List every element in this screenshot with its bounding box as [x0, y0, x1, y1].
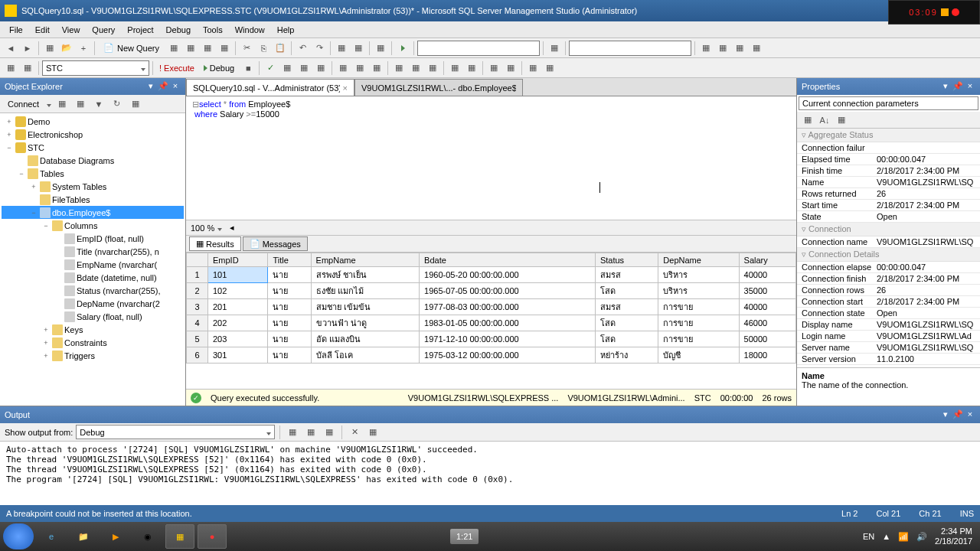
property-row[interactable]: Rows returned26 — [797, 188, 980, 200]
panel-dropdown-icon[interactable]: ▾ — [940, 409, 951, 420]
tree-node[interactable]: Status (nvarchar(255), — [2, 284, 184, 297]
property-row[interactable]: Connection finish2/18/2017 2:34:00 PM — [797, 273, 980, 285]
grid-row[interactable]: 5203นายอัด แมลงบิน1971-12-10 00:00:00.00… — [187, 331, 796, 347]
tb2-btn-8[interactable]: ▦ — [369, 60, 384, 76]
tree-node[interactable]: DepName (nvarchar(2 — [2, 297, 184, 310]
tb2-btn-14[interactable]: ▦ — [486, 60, 501, 76]
panel-dropdown-icon[interactable]: ▾ — [940, 81, 951, 92]
menu-view[interactable]: View — [56, 24, 87, 36]
tb-btn-11[interactable]: ▦ — [732, 41, 747, 56]
forward-button[interactable]: ► — [20, 41, 35, 56]
tb2-btn-9[interactable]: ▦ — [391, 60, 407, 76]
debug-button[interactable]: Debug — [199, 62, 239, 74]
panel-dropdown-icon[interactable]: ▾ — [145, 81, 156, 92]
property-row[interactable]: Finish time2/18/2017 2:34:00 PM — [797, 165, 980, 177]
tb2-btn-16[interactable]: ▦ — [525, 60, 541, 76]
document-tab[interactable]: V9UOM1GLZSI1RWL\...- dbo.Employee$ — [354, 79, 523, 96]
results-grid-container[interactable]: EmpIDTitleEmpNameBdateStatusDepNameSalar… — [186, 253, 796, 389]
grid-row[interactable]: 2102นายธงชัย แมกไม้1965-07-05 00:00:00.0… — [187, 283, 796, 299]
new-project-button[interactable]: ▦ — [42, 41, 57, 56]
sql-editor[interactable]: ⊟select * from Employee$ where Salary >=… — [186, 96, 796, 220]
connect-button[interactable]: Connect — [3, 98, 44, 110]
property-row[interactable]: Connection failur — [797, 142, 980, 154]
panel-close-icon[interactable]: × — [170, 81, 181, 92]
taskbar-media[interactable]: ▶ — [101, 524, 130, 549]
panel-pin-icon[interactable]: 📌 — [158, 81, 168, 92]
grid-header[interactable] — [187, 253, 208, 267]
output-btn-2[interactable]: ▦ — [303, 425, 318, 440]
properties-object-combo[interactable]: Current connection parameters — [799, 96, 978, 110]
continue-button[interactable] — [395, 41, 410, 56]
panel-pin-icon[interactable]: 📌 — [952, 409, 963, 420]
tb-btn-4[interactable]: ▦ — [217, 41, 232, 56]
parse-button[interactable]: ✓ — [263, 60, 278, 76]
tree-node[interactable]: FileTables — [2, 193, 184, 206]
menu-tools[interactable]: Tools — [197, 24, 229, 36]
solution-configs-combo[interactable] — [417, 41, 540, 56]
copy-button[interactable]: ⎘ — [256, 41, 271, 56]
tb2-btn-3[interactable]: ▦ — [279, 60, 295, 76]
panel-pin-icon[interactable]: 📌 — [952, 81, 963, 92]
tree-node[interactable]: Database Diagrams — [2, 154, 184, 167]
object-explorer-tree[interactable]: +Demo+Electronicshop−STCDatabase Diagram… — [0, 113, 185, 406]
zoom-level[interactable]: 100 % — [191, 223, 214, 233]
tree-node[interactable]: +Triggers — [2, 349, 184, 362]
tb-btn-10[interactable]: ▦ — [715, 41, 730, 56]
cut-button[interactable]: ✂ — [239, 41, 254, 56]
results-tab[interactable]: ▦ Results — [189, 236, 241, 251]
tb-btn-7[interactable]: ▦ — [373, 41, 388, 56]
grid-header[interactable]: EmpName — [311, 253, 419, 267]
grid-row[interactable]: 1101นายสรพงษ์ ชาเย็น1960-05-20 00:00:00.… — [187, 267, 796, 283]
tree-node[interactable]: EmpID (float, null) — [2, 232, 184, 245]
execute-button[interactable]: ! Execute — [156, 62, 198, 74]
open-button[interactable]: 📂 — [59, 41, 74, 56]
tb2-btn-11[interactable]: ▦ — [425, 60, 440, 76]
tb-btn-12[interactable]: ▦ — [749, 41, 764, 56]
taskbar-explorer[interactable]: 📁 — [69, 524, 98, 549]
database-combo[interactable]: STC — [42, 60, 149, 76]
grid-row[interactable]: 3201นายสมชาย เข้มข้น1977-08-03 00:00:00.… — [187, 299, 796, 315]
property-row[interactable]: Elapsed time00:00:00.047 — [797, 154, 980, 165]
oe-btn-3[interactable]: ▦ — [128, 96, 143, 112]
property-row[interactable]: Login nameV9UOM1GLZSI1RWL\Ad — [797, 331, 980, 342]
taskbar-chrome[interactable]: ◉ — [133, 524, 162, 549]
tb-btn-3[interactable]: ▦ — [200, 41, 215, 56]
oe-filter-button[interactable]: ▼ — [91, 96, 106, 112]
paste-button[interactable]: 📋 — [273, 41, 288, 56]
property-category[interactable]: ▿ Aggregate Status — [797, 129, 980, 142]
document-tab[interactable]: SQLQuery10.sql - V...Administrator (53))… — [186, 79, 354, 96]
oe-refresh-button[interactable]: ↻ — [109, 96, 125, 112]
property-row[interactable]: Connection start2/18/2017 2:34:00 PM — [797, 296, 980, 308]
tree-node[interactable]: Bdate (datetime, null) — [2, 271, 184, 284]
tray-flag-icon[interactable]: ▲ — [882, 532, 890, 541]
tree-node[interactable]: −dbo.Employee$ — [2, 206, 184, 219]
oe-btn-1[interactable]: ▦ — [54, 96, 70, 112]
property-row[interactable]: Connection nameV9UOM1GLZSI1RWL\SQ — [797, 236, 980, 248]
output-clear-button[interactable]: ✕ — [347, 425, 362, 440]
chevron-down-icon[interactable] — [217, 223, 222, 233]
grid-row[interactable]: 4202นายขวานฟ้า น่าดู1983-01-05 00:00:00.… — [187, 315, 796, 331]
menu-project[interactable]: Project — [121, 24, 159, 36]
grid-header[interactable]: Title — [268, 253, 311, 267]
messages-tab[interactable]: 📄 Messages — [243, 236, 308, 251]
oe-btn-2[interactable]: ▦ — [73, 96, 88, 112]
results-grid[interactable]: EmpIDTitleEmpNameBdateStatusDepNameSalar… — [186, 253, 796, 364]
tree-node[interactable]: EmpName (nvarchar( — [2, 258, 184, 271]
tree-node[interactable]: +Constraints — [2, 336, 184, 349]
tb-btn-2[interactable]: ▦ — [183, 41, 198, 56]
panel-close-icon[interactable]: × — [965, 81, 975, 92]
property-row[interactable]: NameV9UOM1GLZSI1RWL\SQ — [797, 177, 980, 188]
new-query-button[interactable]: 📄 New Query — [98, 41, 165, 55]
tb2-btn-17[interactable]: ▦ — [542, 60, 557, 76]
tree-node[interactable]: −Columns — [2, 219, 184, 232]
tb-btn-6[interactable]: ▦ — [351, 41, 366, 56]
redo-button[interactable]: ↷ — [312, 41, 327, 56]
output-btn-1[interactable]: ▦ — [285, 425, 300, 440]
tree-node[interactable]: −STC — [2, 141, 184, 154]
properties-grid[interactable]: ▿ Aggregate StatusConnection failurElaps… — [797, 129, 980, 367]
property-row[interactable]: Connection rows26 — [797, 285, 980, 296]
panel-close-icon[interactable]: × — [965, 409, 975, 420]
tb2-btn-4[interactable]: ▦ — [296, 60, 312, 76]
menu-query[interactable]: Query — [86, 24, 121, 36]
output-source-combo[interactable]: Debug — [76, 425, 275, 439]
